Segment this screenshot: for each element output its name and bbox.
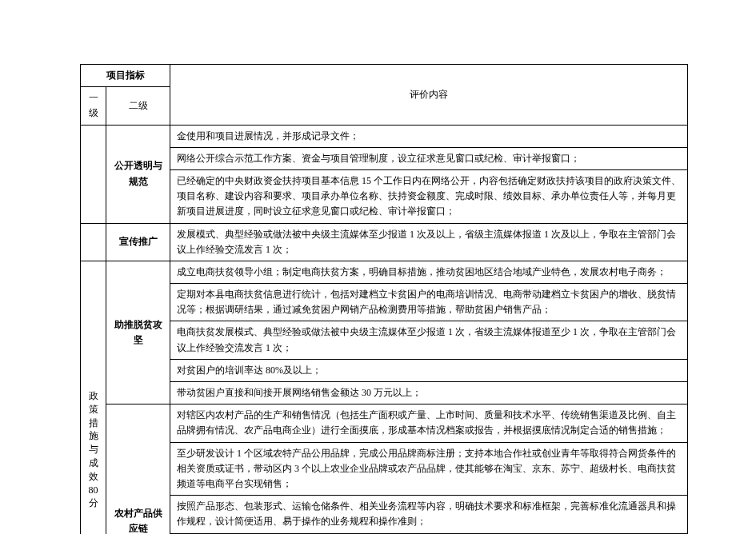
header-level2: 二级 <box>106 87 170 125</box>
vlabel-line: 与 <box>86 443 101 456</box>
header-evaluation-content: 评价内容 <box>170 65 688 126</box>
table-row: 电商扶贫发展模式、典型经验或做法被中央级主流媒体至少报道 1 次，省级主流媒体报… <box>81 321 688 359</box>
vlabel-line: 成 <box>86 456 101 470</box>
table-row: 宣传推广 发展模式、典型经验或做法被中央级主流媒体至少报道 1 次及以上，省级主… <box>81 223 688 261</box>
table-row: 至少研发设计 1 个区域农特产品公用品牌，完成公用品牌商标注册；支持本地合作社或… <box>81 442 688 496</box>
table-row: 对贫困户的培训率达 80%及以上； <box>81 359 688 381</box>
vlabel-line: 政 <box>86 389 101 403</box>
content-cell: 成立电商扶贫领导小组；制定电商扶贫方案，明确目标措施，推动贫困地区结合地域产业特… <box>170 261 688 283</box>
table-row: 已经确定的中央财政资金扶持项目基本信息 15 个工作日内在网络公开，内容包括确定… <box>81 169 688 223</box>
level1-vertical-label: 政 策 措 施 与 成 效 80 分 <box>81 261 106 534</box>
content-cell: 定期对本县电商扶贫信息进行统计，包括对建档立卡贫困户的电商培训情况、电商带动建档… <box>170 284 688 321</box>
level2-cell-3: 助推脱贫攻坚 <box>106 261 170 404</box>
header-row-1: 项目指标 评价内容 <box>81 65 688 87</box>
content-cell: 带动贫困户直接和间接开展网络销售金额达 30 万元以上； <box>170 382 688 404</box>
vlabel-line: 效 <box>86 470 101 484</box>
vlabel-line: 策 <box>86 403 101 416</box>
vlabel-line: 施 <box>86 429 101 443</box>
table-row: 定期对本县电商扶贫信息进行统计，包括对建档立卡贫困户的电商培训情况、电商带动建档… <box>81 284 688 321</box>
content-cell: 对贫困户的培训率达 80%及以上； <box>170 359 688 381</box>
table-row: 公开透明与规范 金使用和项目进展情况，并形成记录文件； <box>81 125 688 147</box>
evaluation-table: 项目指标 评价内容 一级 二级 公开透明与规范 金使用和项目进展情况，并形成记录… <box>80 64 688 534</box>
level2-cell-4: 农村产品供应链 <box>106 404 170 534</box>
level2-cell-1: 公开透明与规范 <box>106 125 170 223</box>
vlabel-line: 措 <box>86 416 101 430</box>
header-project-indicator: 项目指标 <box>81 65 170 87</box>
table-row: 网络公开综合示范工作方案、资金与项目管理制度，设立征求意见窗口或纪检、审计举报窗… <box>81 147 688 169</box>
level2-cell-2: 宣传推广 <box>106 223 170 261</box>
content-cell: 对辖区内农村产品的生产和销售情况（包括生产面积或产量、上市时间、质量和技术水平、… <box>170 404 688 442</box>
content-cell: 电商扶贫发展模式、典型经验或做法被中央级主流媒体至少报道 1 次，省级主流媒体报… <box>170 321 688 359</box>
table-row: 按照产品形态、包装形式、运输仓储条件、相关业务流程等内容，明确技术要求和标准框架… <box>81 496 688 533</box>
vlabel-line: 分 <box>86 496 101 510</box>
content-cell: 至少研发设计 1 个区域农特产品公用品牌，完成公用品牌商标注册；支持本地合作社或… <box>170 442 688 496</box>
table-row: 带动贫困户直接和间接开展网络销售金额达 30 万元以上； <box>81 382 688 404</box>
header-level1: 一级 <box>81 87 106 125</box>
content-cell: 金使用和项目进展情况，并形成记录文件； <box>170 125 688 147</box>
level1-cell-empty-top <box>81 125 106 223</box>
table-row: 农村产品供应链 对辖区内农村产品的生产和销售情况（包括生产面积或产量、上市时间、… <box>81 404 688 442</box>
content-cell: 网络公开综合示范工作方案、资金与项目管理制度，设立征求意见窗口或纪检、审计举报窗… <box>170 147 688 169</box>
content-cell: 发展模式、典型经验或做法被中央级主流媒体至少报道 1 次及以上，省级主流媒体报道… <box>170 223 688 261</box>
vlabel-line: 80 <box>86 484 101 497</box>
content-cell: 已经确定的中央财政资金扶持项目基本信息 15 个工作日内在网络公开，内容包括确定… <box>170 169 688 223</box>
level1-cell-empty-mid <box>81 223 106 261</box>
content-cell: 按照产品形态、包装形式、运输仓储条件、相关业务流程等内容，明确技术要求和标准框架… <box>170 496 688 533</box>
table-row: 政 策 措 施 与 成 效 80 分 助推脱贫攻坚 成立电商扶贫领导小组；制定电… <box>81 261 688 283</box>
